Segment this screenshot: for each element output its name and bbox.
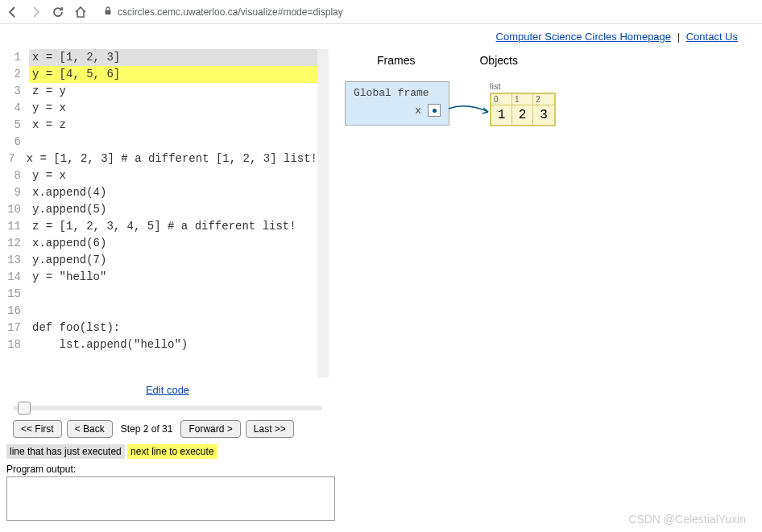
line-number: 9 bbox=[6, 184, 29, 201]
line-text: y = x bbox=[29, 100, 317, 117]
code-line[interactable]: 14y = "hello" bbox=[6, 269, 317, 286]
line-number: 7 bbox=[6, 151, 23, 167]
line-number: 13 bbox=[6, 252, 29, 269]
code-listing[interactable]: 1x = [1, 2, 3]2y = [4, 5, 6]3z = y4y = x… bbox=[6, 49, 329, 377]
output-label: Program output: bbox=[6, 462, 329, 476]
code-line[interactable]: 7x = [1, 2, 3] # a different [1, 2, 3] l… bbox=[6, 151, 317, 167]
step-slider[interactable] bbox=[6, 402, 329, 417]
code-line[interactable]: 5x = z bbox=[6, 117, 317, 134]
cell-index: 1 bbox=[512, 94, 532, 105]
code-line[interactable]: 6 bbox=[6, 134, 317, 151]
line-number: 14 bbox=[6, 269, 29, 286]
line-number: 15 bbox=[6, 286, 29, 303]
output-box bbox=[6, 476, 335, 521]
code-line[interactable]: 16 bbox=[6, 303, 317, 320]
line-number: 5 bbox=[6, 117, 29, 134]
line-text: x.append(6) bbox=[29, 235, 317, 252]
list-cell: 12 bbox=[512, 94, 533, 125]
frames-header: Frames bbox=[377, 54, 415, 67]
line-text: y = [4, 5, 6] bbox=[29, 66, 317, 83]
list-object: 011223 bbox=[490, 93, 556, 126]
code-line[interactable]: 15 bbox=[6, 286, 317, 303]
back-icon[interactable] bbox=[6, 6, 19, 19]
watermark: CSDN @CelestialYuxin bbox=[628, 513, 746, 526]
forward-button[interactable]: Forward > bbox=[180, 420, 240, 438]
step-controls: << First < Back Step 2 of 31 Forward > L… bbox=[6, 417, 329, 441]
contact-link[interactable]: Contact Us bbox=[686, 31, 738, 43]
cell-index: 0 bbox=[491, 94, 511, 105]
line-text bbox=[29, 303, 317, 320]
var-pointer-slot bbox=[428, 104, 441, 117]
line-number: 17 bbox=[6, 320, 29, 336]
header-links: Computer Science Circles Homepage | Cont… bbox=[0, 24, 762, 49]
edit-code-link[interactable]: Edit code bbox=[146, 384, 189, 396]
line-number: 6 bbox=[6, 134, 29, 151]
back-button[interactable]: < Back bbox=[67, 420, 113, 438]
step-indicator: Step 2 of 31 bbox=[121, 423, 173, 435]
line-number: 18 bbox=[6, 336, 29, 353]
last-button[interactable]: Last >> bbox=[246, 420, 294, 438]
lock-icon bbox=[103, 6, 113, 18]
legend-executed: line that has just executed bbox=[6, 444, 125, 459]
list-cell: 01 bbox=[491, 94, 512, 125]
var-name: x bbox=[415, 105, 421, 117]
line-number: 12 bbox=[6, 235, 29, 252]
url-text: cscircles.cemc.uwaterloo.ca/visualize#mo… bbox=[118, 6, 343, 18]
pointer-arrow bbox=[446, 101, 495, 125]
line-text bbox=[29, 286, 317, 303]
slider-thumb[interactable] bbox=[18, 402, 31, 414]
svg-rect-0 bbox=[106, 10, 111, 15]
line-text: y = "hello" bbox=[29, 269, 317, 286]
frame-variable: x bbox=[354, 104, 441, 117]
legend: line that has just executed next line to… bbox=[6, 441, 329, 462]
heap-object: list011223 bbox=[490, 81, 556, 126]
line-text: y = x bbox=[29, 167, 317, 184]
code-line[interactable]: 18 lst.append("hello") bbox=[6, 336, 317, 353]
code-line[interactable]: 9x.append(4) bbox=[6, 184, 317, 201]
line-text: x = [1, 2, 3] # a different [1, 2, 3] li… bbox=[23, 151, 317, 167]
frame-title: Global frame bbox=[354, 87, 441, 99]
line-number: 8 bbox=[6, 167, 29, 184]
code-line[interactable]: 10y.append(5) bbox=[6, 201, 317, 218]
list-cell: 23 bbox=[533, 94, 554, 125]
reload-icon[interactable] bbox=[52, 6, 64, 19]
line-text: x = z bbox=[29, 117, 317, 134]
line-number: 16 bbox=[6, 303, 29, 320]
code-line[interactable]: 4y = x bbox=[6, 100, 317, 117]
code-line[interactable]: 12x.append(6) bbox=[6, 235, 317, 252]
line-text: def foo(lst): bbox=[29, 320, 317, 336]
first-button[interactable]: << First bbox=[13, 420, 62, 438]
cell-value: 3 bbox=[533, 105, 554, 125]
line-text: lst.append("hello") bbox=[29, 336, 317, 353]
line-text bbox=[29, 134, 317, 151]
separator: | bbox=[677, 31, 680, 43]
line-number: 4 bbox=[6, 100, 29, 117]
line-number: 2 bbox=[6, 66, 29, 83]
code-line[interactable]: 17def foo(lst): bbox=[6, 320, 317, 336]
object-type-label: list bbox=[490, 81, 556, 91]
code-line[interactable]: 8y = x bbox=[6, 167, 317, 184]
line-text: z = y bbox=[29, 83, 317, 100]
visualization-panel: Frames Objects Global frame x list011223 bbox=[345, 49, 756, 521]
code-line[interactable]: 11z = [1, 2, 3, 4, 5] # a different list… bbox=[6, 218, 317, 235]
home-icon[interactable] bbox=[74, 6, 87, 19]
code-line[interactable]: 13y.append(7) bbox=[6, 252, 317, 269]
code-line[interactable]: 2y = [4, 5, 6] bbox=[6, 66, 317, 83]
homepage-link[interactable]: Computer Science Circles Homepage bbox=[496, 31, 671, 43]
line-number: 10 bbox=[6, 201, 29, 218]
line-text: y.append(5) bbox=[29, 201, 317, 218]
address-bar[interactable]: cscircles.cemc.uwaterloo.ca/visualize#mo… bbox=[97, 6, 756, 18]
code-line[interactable]: 1x = [1, 2, 3] bbox=[6, 49, 317, 66]
line-text: y.append(7) bbox=[29, 252, 317, 269]
cell-value: 2 bbox=[512, 105, 532, 125]
global-frame: Global frame x bbox=[345, 81, 449, 126]
line-number: 3 bbox=[6, 83, 29, 100]
line-number: 11 bbox=[6, 218, 29, 235]
forward-icon[interactable] bbox=[29, 6, 42, 19]
code-line[interactable]: 3z = y bbox=[6, 83, 317, 100]
line-number: 1 bbox=[6, 49, 29, 66]
cell-value: 1 bbox=[491, 105, 511, 125]
line-text: x.append(4) bbox=[29, 184, 317, 201]
browser-toolbar: cscircles.cemc.uwaterloo.ca/visualize#mo… bbox=[0, 0, 762, 24]
cell-index: 2 bbox=[533, 94, 554, 105]
